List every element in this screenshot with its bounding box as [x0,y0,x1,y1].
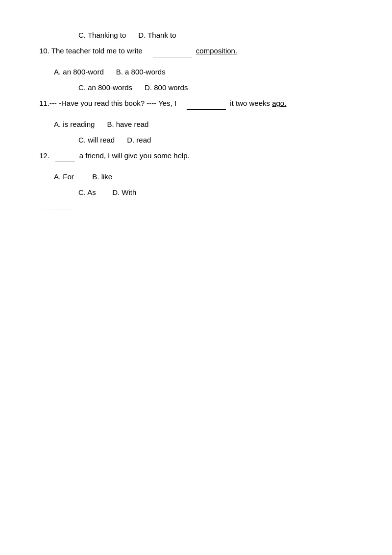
q10-option-c: C. an 800-words [78,83,132,92]
q11-suffix: it two weeks [230,99,270,107]
q9-option-c: C. Thanking to [78,31,126,39]
q12-option-c: C. As [78,188,96,196]
q11-blank [187,97,226,110]
q10-blank [153,45,192,57]
q11-stem: 11.--- -Have you read this book? ---- Ye… [39,97,353,110]
q12-suffix: a friend, I will give you some help. [79,151,190,160]
page-content: C. Thanking to D. Thank to 10. The teach… [0,0,392,241]
q12-cd-options: C. As D. With [78,187,353,198]
footer-dots: ............ [39,203,353,212]
q11-option-c: C. will read [78,136,115,144]
q10-cd-options: C. an 800-words D. 800 words [78,82,353,94]
q11-cd-options: C. will read D. read [78,134,353,146]
q11-option-d: D. read [127,136,151,144]
q12-stem: 12. a friend, I will give you some help. [39,150,353,162]
q9-cd-options: C. Thanking to D. Thank to [78,29,353,41]
q10-option-d: D. 800 words [145,83,188,92]
q12-option-a: A. For [54,172,74,181]
q10-ab-options: A. an 800-word B. a 800-words [54,66,353,78]
q12-ab-options: A. For B. like [54,171,353,183]
q10-option-b: B. a 800-words [116,68,166,76]
q11-ab-options: A. is reading B. have read [54,119,353,130]
q9-option-d: D. Thank to [138,31,176,39]
q11-underlined: ago. [272,99,286,107]
q10-stem: 10. The teacher told me to write composi… [39,45,353,57]
q10-option-a: A. an 800-word [54,68,104,76]
q12-option-b: B. like [92,172,112,181]
q11-option-a: A. is reading [54,120,95,128]
q10-underlined: composition. [196,47,237,55]
q12-option-d: D. With [112,188,136,196]
q11-option-b: B. have read [107,120,148,128]
q12-blank [55,150,75,162]
